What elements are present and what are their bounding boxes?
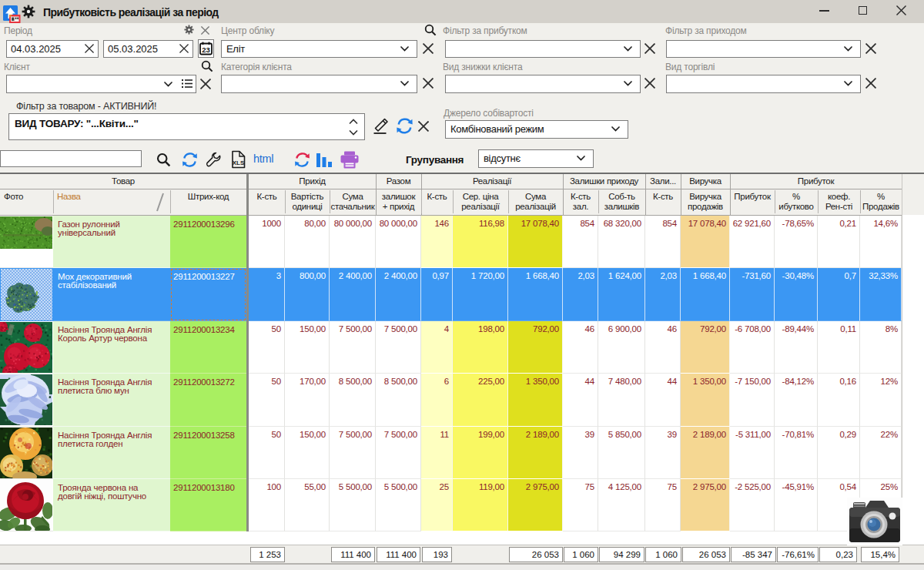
svg-text:23: 23 [202, 45, 210, 54]
svg-text:XLS: XLS [233, 159, 245, 166]
